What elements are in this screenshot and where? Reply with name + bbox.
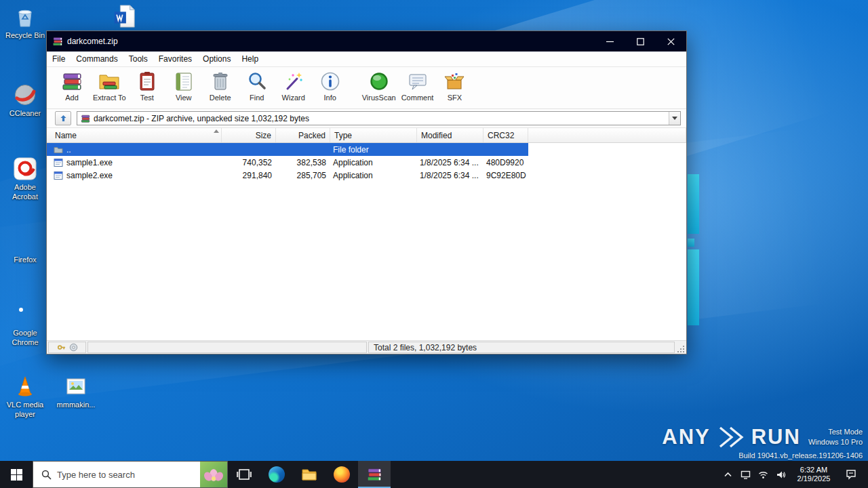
- tray-display-icon[interactable]: [736, 461, 754, 488]
- window-title: darkcomet.zip: [67, 37, 118, 46]
- wizard-wand-icon: [283, 70, 304, 92]
- combobox-dropdown-icon[interactable]: [669, 112, 680, 125]
- toolbar-comment-button[interactable]: Comment: [399, 68, 437, 106]
- menu-favorites[interactable]: Favorites: [153, 52, 197, 66]
- sort-ascending-icon: [214, 129, 219, 133]
- windows-logo-icon: [11, 469, 22, 481]
- column-headers: Name Size Packed Type Modified CRC32: [47, 128, 686, 143]
- virus-scan-orb-icon: [368, 70, 390, 92]
- file-row-sample2[interactable]: sample2.exe 291,840 285,705 Application …: [47, 169, 686, 182]
- menu-file[interactable]: File: [47, 52, 71, 66]
- info-icon: [319, 70, 341, 92]
- title-bar[interactable]: darkcomet.zip: [47, 31, 686, 52]
- folder-up-icon: [54, 145, 63, 155]
- tray-network-icon[interactable]: [754, 461, 772, 488]
- close-button[interactable]: [656, 31, 686, 52]
- toolbar-view-button[interactable]: View: [165, 68, 202, 106]
- desktop-icon-edge[interactable]: [50, 5, 100, 30]
- watermark-test-mode: Test Mode: [828, 427, 863, 437]
- toolbar-add-button[interactable]: Add: [54, 68, 90, 106]
- search-icon: [41, 470, 52, 480]
- toolbar-find-button[interactable]: Find: [239, 68, 275, 106]
- column-header-type[interactable]: Type: [330, 128, 417, 142]
- file-type-cell: File folder: [330, 145, 417, 155]
- clock-date: 2/19/2025: [792, 474, 835, 483]
- wallpaper-logo-fragment: [688, 174, 699, 234]
- taskbar-clock[interactable]: 6:32 AM 2/19/2025: [789, 466, 838, 483]
- file-size-cell: 291,840: [222, 171, 276, 180]
- tray-expand-button[interactable]: [719, 461, 736, 488]
- find-magnifier-icon: [246, 70, 268, 92]
- desktop-icon-ccleaner[interactable]: CCleaner: [0, 83, 50, 119]
- file-name-cell: sample2.exe: [47, 171, 222, 180]
- system-tray: 6:32 AM 2/19/2025: [719, 461, 868, 488]
- file-modified-cell: 1/8/2025 6:34 ...: [417, 171, 484, 180]
- toolbar-sfx-button[interactable]: SFX: [436, 68, 473, 106]
- desktop-icon-recycle-bin[interactable]: Recycle Bin: [0, 5, 50, 41]
- task-view-button[interactable]: [228, 461, 260, 488]
- tray-volume-icon[interactable]: [772, 461, 789, 488]
- resize-grip[interactable]: [676, 342, 685, 353]
- toolbar-virusscan-button[interactable]: VirusScan: [359, 68, 399, 106]
- minimize-button[interactable]: [595, 31, 625, 52]
- search-highlight-image[interactable]: [200, 462, 227, 487]
- up-one-level-button[interactable]: [55, 111, 71, 125]
- winrar-archive-icon: [81, 114, 90, 123]
- desktop-icon-image-file[interactable]: mmmakin...: [51, 374, 101, 410]
- column-header-crc32[interactable]: CRC32: [484, 128, 528, 142]
- desktop-icon-vlc[interactable]: VLC media player: [0, 374, 50, 420]
- column-header-size[interactable]: Size: [222, 128, 276, 142]
- taskbar-edge[interactable]: [260, 461, 293, 488]
- test-clipboard-icon: [136, 70, 158, 92]
- file-type-cell: Application: [330, 158, 417, 167]
- file-row-sample1[interactable]: sample1.exe 740,352 382,538 Application …: [47, 156, 686, 169]
- image-file-icon: [64, 374, 88, 399]
- file-crc-cell: 9C92E80D: [484, 171, 528, 180]
- column-header-modified[interactable]: Modified: [417, 128, 484, 142]
- taskbar-firefox[interactable]: [326, 461, 358, 488]
- taskbar-winrar[interactable]: [358, 461, 391, 488]
- toolbar-delete-button[interactable]: Delete: [202, 68, 239, 106]
- column-header-name[interactable]: Name: [47, 128, 222, 142]
- toolbar-test-button[interactable]: Test: [129, 68, 165, 106]
- taskbar-search[interactable]: Type here to search: [33, 461, 228, 488]
- adobe-acrobat-icon: [13, 157, 37, 181]
- winrar-icon: [366, 466, 382, 483]
- desktop-icon-label: Recycle Bin: [5, 31, 45, 41]
- file-packed-cell: 285,705: [276, 171, 330, 180]
- taskbar-file-explorer[interactable]: [293, 461, 326, 488]
- firefox-icon: [13, 229, 37, 253]
- toolbar-extract-to-button[interactable]: Extract To: [90, 68, 129, 106]
- toolbar: Add Extract To Test View: [47, 67, 686, 109]
- toolbar-wizard-button[interactable]: Wizard: [275, 68, 312, 106]
- menu-tools[interactable]: Tools: [123, 52, 153, 66]
- recycle-bin-icon: [13, 5, 37, 29]
- start-button[interactable]: [0, 461, 33, 488]
- file-packed-cell: 382,538: [276, 158, 330, 167]
- file-crc-cell: 480D9920: [484, 158, 528, 167]
- anyrun-watermark: ANY RUN Test Mode Windows 10 Pro Build 1…: [662, 425, 863, 461]
- menu-options[interactable]: Options: [197, 52, 236, 66]
- anyrun-logo-any: ANY: [662, 425, 710, 449]
- desktop-icon-adobe-acrobat[interactable]: Adobe Acrobat: [0, 157, 50, 202]
- edge-icon: [63, 5, 87, 30]
- delete-trash-icon: [210, 70, 231, 92]
- desktop-icon-firefox[interactable]: Firefox: [0, 229, 50, 265]
- action-center-button[interactable]: [838, 461, 864, 488]
- desktop-icon-word-document[interactable]: [100, 4, 150, 28]
- anyrun-logo-run: RUN: [751, 425, 801, 449]
- file-name-cell: ..: [47, 145, 222, 155]
- menu-commands[interactable]: Commands: [71, 52, 123, 66]
- archive-path-combobox[interactable]: darkcomet.zip - ZIP archive, unpacked si…: [77, 111, 681, 125]
- maximize-button[interactable]: [625, 31, 656, 52]
- menu-help[interactable]: Help: [236, 52, 264, 66]
- wallpaper-logo-fragment: [688, 239, 694, 247]
- toolbar-info-button[interactable]: Info: [312, 68, 349, 106]
- file-list[interactable]: .. File folder sample1.exe 740,352 382,5…: [47, 143, 686, 340]
- action-center-icon: [846, 469, 856, 480]
- add-archive-icon: [61, 70, 83, 92]
- file-row-parent-dir[interactable]: .. File folder: [47, 143, 686, 156]
- desktop: Recycle Bin CCleaner Adobe Acrobat Firef…: [0, 0, 868, 488]
- column-header-packed[interactable]: Packed: [276, 128, 330, 142]
- desktop-icon-google-chrome[interactable]: Google Chrome: [0, 302, 50, 348]
